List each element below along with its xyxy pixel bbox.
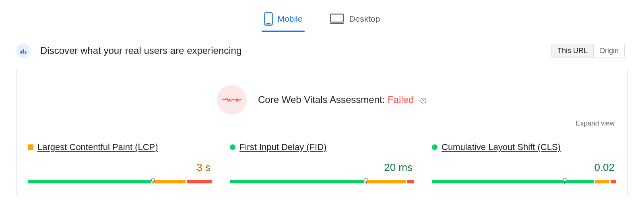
expand-row: Expand view — [28, 118, 616, 127]
assessment-text: Core Web Vitals Assessment: Failed — [258, 94, 427, 105]
seg-red — [407, 180, 414, 183]
metric-lcp-name[interactable]: Largest Contentful Paint (LCP) — [37, 142, 158, 152]
toggle-this-url[interactable]: This URL — [552, 44, 593, 58]
toggle-origin[interactable]: Origin — [593, 44, 624, 58]
expand-view-link[interactable]: Expand view — [576, 119, 615, 127]
header-row: Discover what your real users are experi… — [0, 32, 644, 63]
metric-lcp: Largest Contentful Paint (LCP) 3 s — [28, 142, 212, 183]
pulse-icon — [217, 85, 247, 115]
status-dot-icon — [230, 144, 235, 150]
marker-icon — [562, 178, 567, 184]
status-dot-icon — [432, 144, 438, 150]
metric-fid: First Input Delay (FID) 20 ms — [230, 142, 414, 183]
scope-toggle: This URL Origin — [551, 44, 625, 58]
metric-fid-name[interactable]: First Input Delay (FID) — [239, 142, 326, 152]
header-left: Discover what your real users are experi… — [16, 43, 242, 58]
metric-fid-value: 20 ms — [230, 161, 414, 174]
metric-fid-bar — [230, 175, 414, 183]
marker-icon — [364, 178, 369, 184]
seg-orange — [365, 180, 405, 183]
metric-cls-name[interactable]: Cumulative Layout Shift (CLS) — [442, 142, 561, 152]
svg-point-10 — [423, 101, 424, 102]
seg-green — [432, 180, 594, 183]
svg-rect-4 — [21, 51, 22, 53]
metric-lcp-bar — [28, 175, 212, 183]
help-icon[interactable] — [420, 97, 427, 104]
metrics-row: Largest Contentful Paint (LCP) 3 s First… — [28, 142, 616, 183]
status-square-icon — [28, 144, 33, 150]
svg-point-15 — [563, 178, 566, 181]
section-title: Discover what your real users are experi… — [40, 45, 242, 56]
mobile-icon — [264, 12, 273, 26]
users-badge-icon — [16, 43, 31, 58]
assessment-row: Core Web Vitals Assessment: Failed — [28, 78, 616, 118]
metric-lcp-value: 3 s — [28, 161, 212, 174]
tab-desktop-label: Desktop — [349, 14, 380, 24]
tab-mobile-label: Mobile — [278, 14, 303, 24]
svg-point-11 — [151, 178, 155, 181]
seg-green — [230, 180, 364, 183]
tab-mobile[interactable]: Mobile — [262, 8, 304, 32]
seg-orange — [153, 180, 185, 183]
metric-cls-bar — [432, 175, 616, 183]
assessment-status: Failed — [388, 94, 414, 105]
vitals-card: Core Web Vitals Assessment: Failed Expan… — [16, 67, 628, 198]
assessment-label: Core Web Vitals Assessment: — [258, 94, 385, 105]
desktop-icon — [330, 13, 344, 25]
seg-red — [611, 180, 616, 183]
metric-cls: Cumulative Layout Shift (CLS) 0.02 — [432, 142, 616, 183]
svg-marker-7 — [235, 98, 239, 101]
svg-rect-6 — [25, 51, 27, 53]
marker-icon — [151, 178, 155, 184]
metric-cls-value: 0.02 — [432, 161, 616, 174]
seg-green — [28, 180, 151, 183]
svg-rect-5 — [23, 49, 24, 53]
svg-point-13 — [365, 178, 368, 181]
tab-desktop[interactable]: Desktop — [328, 8, 382, 32]
device-tabs: Mobile Desktop — [0, 0, 644, 32]
seg-red — [187, 180, 212, 183]
svg-rect-2 — [330, 14, 343, 22]
seg-orange — [595, 180, 609, 183]
